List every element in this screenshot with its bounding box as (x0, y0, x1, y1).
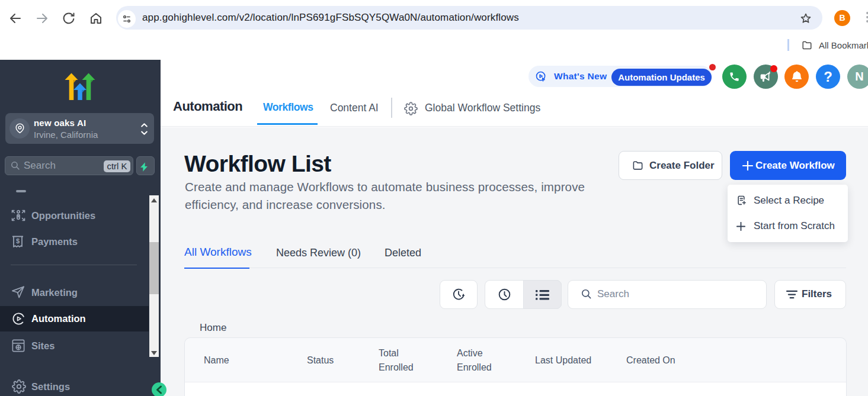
svg-text:$: $ (16, 237, 20, 244)
